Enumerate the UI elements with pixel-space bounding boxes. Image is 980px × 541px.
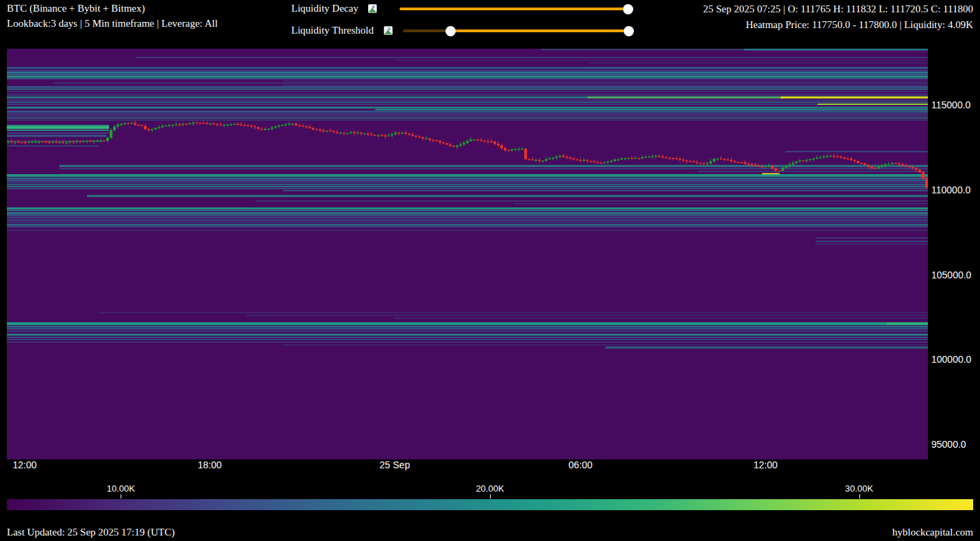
x-axis-label: 12:00 [738, 459, 793, 470]
broken-image-icon [368, 4, 377, 13]
colorbar-tick [490, 494, 491, 498]
slider-track-fill [400, 8, 628, 10]
liquidity-threshold-label: Liquidity Threshold [291, 25, 373, 36]
colorbar-label: 10.00K [97, 483, 145, 494]
colorbar-tick [121, 494, 121, 498]
colorbar-label: 20.00K [466, 483, 514, 494]
x-axis-label: 06:00 [553, 459, 608, 470]
x-axis-label: 18:00 [182, 459, 237, 470]
liquidity-decay-slider[interactable] [400, 8, 628, 10]
ohlc-info: 25 Sep 2025 07:25 | O: 111765 H: 111832 … [703, 3, 973, 15]
slider-handle[interactable] [623, 4, 633, 14]
broken-image-icon [384, 26, 393, 35]
chart-plot-area [7, 49, 928, 459]
slider-track-dim [403, 29, 450, 32]
y-axis-label: 110000.0 [931, 184, 970, 195]
colorbar-tick [859, 494, 860, 498]
page-subtitle: Lookback:3 days | 5 Min timeframe | Leve… [7, 18, 218, 29]
y-axis-label: 105000.0 [931, 269, 971, 280]
heatmap-price-info: Heatmap Price: 117750.0 - 117800.0 | Liq… [746, 19, 973, 31]
liquidity-decay-label: Liquidity Decay [291, 3, 358, 14]
liquidation-heatmap-app: BTC (Binance + Bybit + Bitmex) Lookback:… [0, 0, 980, 541]
last-updated-text: Last Updated: 25 Sep 2025 17:19 (UTC) [7, 527, 175, 538]
colorbar-label: 30.00K [835, 483, 883, 494]
page-title: BTC (Binance + Bybit + Bitmex) [7, 3, 145, 14]
y-axis-label: 115000.0 [931, 99, 970, 110]
y-axis-label: 95000.0 [931, 439, 966, 450]
x-axis-label: 25 Sep [367, 459, 422, 470]
x-axis-label: 12:00 [0, 459, 52, 470]
liquidation-heatmap-canvas[interactable] [7, 49, 928, 459]
y-axis-label: 100000.0 [931, 354, 971, 365]
slider-track-fill [450, 29, 628, 32]
slider-handle[interactable] [445, 26, 456, 36]
liquidity-colorbar [7, 499, 973, 510]
slider-handle[interactable] [624, 26, 634, 36]
liquidity-threshold-slider[interactable] [403, 29, 628, 32]
brand-text: hyblockcapital.com [892, 527, 973, 538]
